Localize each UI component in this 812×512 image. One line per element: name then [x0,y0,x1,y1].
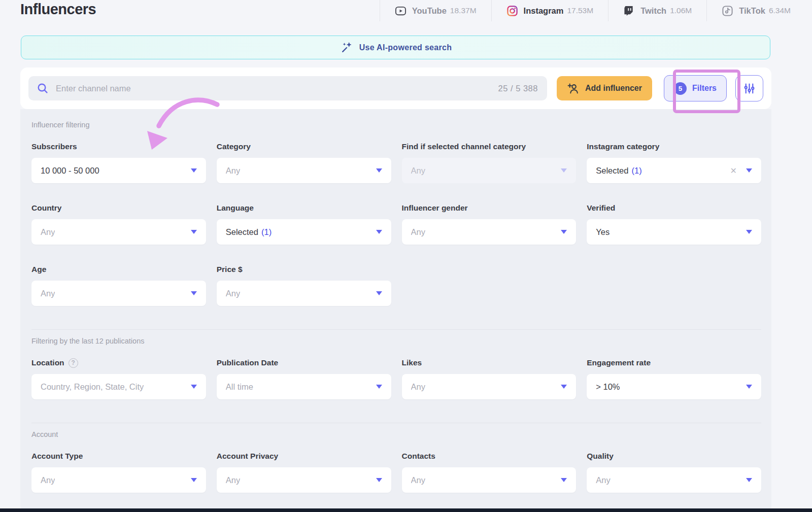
chevron-down-icon [561,168,567,173]
filter-label: Find if selected channel category [402,142,526,151]
filter-account-privacy: Account Privacy Any [217,452,391,493]
verified-dropdown[interactable]: Yes [587,219,761,245]
add-influencer-label: Add influencer [585,84,642,93]
add-user-icon [567,82,580,95]
tab-count: 18.37M [450,6,477,15]
section-label-influencer-filtering: Influencer filtering [31,121,761,129]
filter-publication-date: Publication Date All time [217,358,391,399]
filters-button[interactable]: 5 Filters [664,75,727,101]
chevron-down-icon [746,478,752,482]
add-influencer-button[interactable]: Add influencer [557,76,652,100]
filter-category: Category Any [217,142,391,183]
result-count: 25 / 5 388 [498,84,538,93]
filter-grid-influencer: Subscribers 10 000 - 50 000 Category Any… [31,142,761,306]
filter-label: Publication Date [217,358,278,367]
filter-instagram-category: Instagram category Selected (1) ✕ [587,142,761,183]
filter-label: Likes [402,358,422,367]
filter-label: Category [217,142,251,151]
location-dropdown[interactable]: Country, Region, State, City [31,374,206,399]
filter-location: Location ? Country, Region, State, City [31,358,206,399]
filter-label: Country [31,203,61,213]
selected-count: (1) [261,227,272,237]
filter-label: Influencer gender [402,203,468,213]
filter-channel-category: Find if selected channel category Any [402,142,577,183]
filter-label: Language [217,203,254,213]
filter-engagement-rate: Engagement rate > 10% [587,358,761,399]
filter-account-type: Account Type Any [31,452,206,493]
chevron-down-icon [376,230,382,234]
section-divider [31,329,761,330]
chevron-down-icon [746,385,752,389]
influencer-gender-dropdown[interactable]: Any [402,219,577,245]
chevron-down-icon [561,478,567,482]
subscribers-dropdown[interactable]: 10 000 - 50 000 [31,158,206,183]
category-dropdown[interactable]: Any [217,158,391,183]
help-icon[interactable]: ? [69,358,78,368]
section-divider [31,423,761,423]
search-icon [37,82,49,94]
tab-count: 6.34M [769,6,791,15]
filters-label: Filters [692,84,717,93]
chevron-down-icon [191,291,197,295]
filter-contacts: Contacts Any [402,452,577,493]
likes-dropdown[interactable]: Any [402,374,577,399]
contacts-dropdown[interactable]: Any [402,467,577,493]
filter-label: Verified [587,203,615,213]
chevron-down-icon [376,291,382,295]
price-dropdown[interactable]: Any [217,281,391,306]
account-type-dropdown[interactable]: Any [31,467,206,493]
filter-label: Account Type [31,452,83,461]
chevron-down-icon [746,168,752,173]
chevron-down-icon [191,478,197,482]
filter-grid-account: Account Type Any Account Privacy Any Con… [31,452,761,493]
age-dropdown[interactable]: Any [31,281,206,306]
filter-influencer-gender: Influencer gender Any [402,203,577,245]
filter-label: Account Privacy [217,452,278,461]
filter-label: Price $ [217,265,243,274]
filter-age: Age Any [31,265,206,306]
tab-label: Instagram [524,6,564,16]
sliders-icon [743,82,756,95]
section-label-publications: Filtering by the last 12 publications [31,337,761,345]
filter-price: Price $ Any [217,265,391,306]
clear-icon[interactable]: ✕ [730,166,737,176]
channel-category-dropdown: Any [402,158,577,183]
tab-label: Twitch [640,6,666,16]
search-input[interactable] [56,84,539,93]
chevron-down-icon [561,230,567,234]
twitch-icon [623,5,635,17]
magic-wand-icon [340,41,353,54]
chevron-down-icon [561,385,567,389]
filter-label: Contacts [402,452,435,461]
tab-label: TikTok [739,6,765,16]
quality-dropdown[interactable]: Any [587,467,761,493]
filter-label: Age [31,265,46,274]
tab-tiktok[interactable]: TikTok 6.34M [706,0,812,21]
publication-date-dropdown[interactable]: All time [217,374,391,399]
ai-search-label: Use AI-powered search [359,43,452,52]
toolbar-card: 25 / 5 388 Add influencer 5 Filters [20,67,771,109]
country-dropdown[interactable]: Any [31,219,206,245]
filter-settings-button[interactable] [735,75,763,101]
tab-twitch[interactable]: Twitch 1.06M [608,0,706,21]
account-privacy-dropdown[interactable]: Any [217,467,391,493]
engagement-rate-dropdown[interactable]: > 10% [587,374,761,399]
youtube-icon [395,5,407,17]
instagram-category-dropdown[interactable]: Selected (1) ✕ [587,158,761,183]
filter-quality: Quality Any [587,452,761,493]
filter-language: Language Selected (1) [217,203,391,245]
filter-label: Quality [587,452,614,461]
tab-youtube[interactable]: YouTube 18.37M [380,0,491,21]
tab-count: 17.53M [567,6,593,15]
filter-label: Instagram category [587,142,659,151]
instagram-icon [506,5,518,17]
filter-grid-publications: Location ? Country, Region, State, City … [31,358,761,399]
chevron-down-icon [376,168,382,173]
chevron-down-icon [376,478,382,482]
ai-search-banner[interactable]: Use AI-powered search [21,36,770,59]
tab-instagram[interactable]: Instagram 17.53M [491,0,608,21]
filter-verified: Verified Yes [587,203,761,245]
selected-count: (1) [631,166,641,176]
language-dropdown[interactable]: Selected (1) [217,219,391,245]
filter-label: Subscribers [31,142,77,151]
